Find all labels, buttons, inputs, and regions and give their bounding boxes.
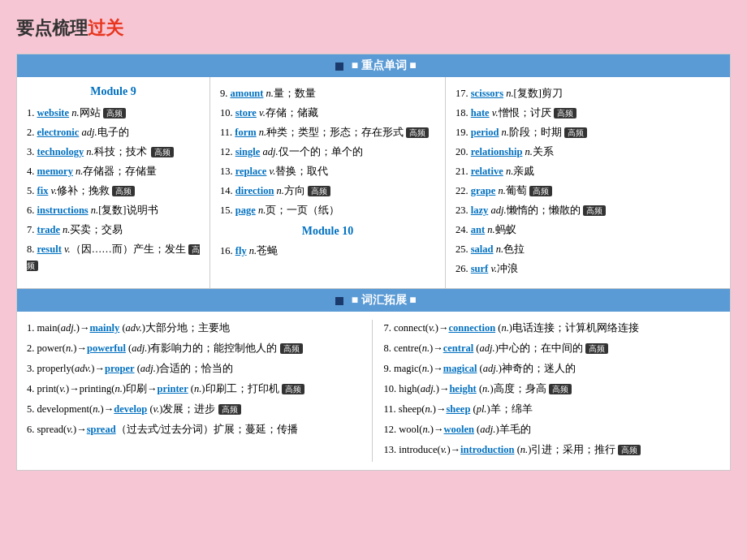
vocab-header-icon-left [335,62,343,71]
word-proper: proper [105,363,135,374]
vocab-item-17: 17. scissors n.[复数]剪刀 [456,85,720,101]
vocab-item-19: 19. period n.阶段；时期 高频 [456,124,720,140]
word-introduction: introduction [460,444,514,455]
word-spread: spread [87,424,116,435]
vocab-item-14: 14. direction n.方向 高频 [220,183,435,199]
vocab-item-18: 18. hate v.憎恨；讨厌 高频 [456,105,720,121]
vocab-item-25: 25. salad n.色拉 [456,241,720,257]
word-website: website [37,107,70,118]
tag-high-introduction: 高频 [618,445,641,455]
word-ext-cols: 1. main(adj.)→mainly (adv.)大部分地；主要地 2. p… [27,320,720,462]
vocab-item-12: 12. single adj.仅一个的；单个的 [220,144,435,160]
vocab-item-6: 6. instructions n.[复数]说明书 [27,202,200,218]
word-ext-section: 1. main(adj.)→mainly (adv.)大部分地；主要地 2. p… [17,312,730,470]
vocab-item-2: 2. electronic adj.电子的 [27,124,200,140]
word-ext-col2: 7. connect(v.)→connection (n.)电话连接；计算机网络… [373,320,721,462]
tag-high-19: 高频 [564,127,587,138]
vocab-item-10: 10. store v.存储；储藏 [220,105,435,121]
word-powerful: powerful [87,342,126,354]
ext-item-2: 2. power(n.)→powerful (adj.)有影响力的；能控制他人的… [27,340,364,356]
word-surf: surf [471,263,489,274]
vocab-item-23: 23. lazy adj.懒惰的；懒散的 高频 [456,202,720,218]
vocab-item-4: 4. memory n.存储器；存储量 [27,163,200,179]
vocab-item-15: 15. page n.页；一页（纸） [220,202,435,218]
tag-high-11: 高频 [406,127,429,138]
word-single: single [235,146,261,157]
main-container: ■ 重点单词 ■ Module 9 1. website n.网站 高频 2. … [16,54,731,471]
ext-item-6: 6. spread(v.)→spread（过去式/过去分词）扩展；蔓延；传播 [27,421,364,437]
ext-item-10: 10. high(adj.)→height (n.)高度；身高 高频 [384,381,721,397]
tag-high-3: 高频 [151,147,174,157]
word-develop: develop [114,403,147,415]
word-ext-col1: 1. main(adj.)→mainly (adv.)大部分地；主要地 2. p… [27,320,373,462]
module9-title: Module 9 [27,85,200,98]
vocab-item-26: 26. surf v.冲浪 [456,261,720,277]
word-magical: magical [443,363,477,374]
word-direction: direction [235,185,274,196]
word-instructions: instructions [37,205,89,216]
word-mainly: mainly [89,322,119,334]
vocab-item-3: 3. technology n.科技；技术 高频 [27,144,200,160]
vocab-item-8: 8. result v.（因……而）产生；发生 高频 [27,241,200,274]
word-relative: relative [471,166,503,177]
word-trade: trade [37,224,60,235]
word-memory: memory [37,166,73,177]
word-scissors: scissors [471,88,503,99]
page-title: 要点梳理过关 [16,16,731,41]
word-fix: fix [37,185,49,196]
vocab-col1: Module 9 1. website n.网站 高频 2. electroni… [17,77,210,288]
word-lazy: lazy [471,205,489,216]
ext-item-7: 7. connect(v.)→connection (n.)电话连接；计算机网络… [384,320,721,336]
word-electronic: electronic [37,127,80,138]
word-period: period [471,127,499,138]
tag-high-central: 高频 [585,343,608,354]
vocab-item-22: 22. grape n.葡萄 高频 [456,183,720,199]
vocab-header-text: ■ 重点单词 ■ [352,59,417,71]
word-grape: grape [471,185,496,196]
tag-high-22: 高频 [529,186,552,196]
tag-high-5: 高频 [112,186,135,196]
ext-header-icon-left [335,297,343,305]
word-central: central [443,342,473,354]
tag-high-powerful: 高频 [280,343,303,354]
word-sheep: sheep [446,403,470,415]
word-replace: replace [235,166,267,177]
vocab-section-header: ■ 重点单词 ■ [17,54,730,77]
word-hate: hate [471,107,490,118]
word-relationship: relationship [471,146,523,157]
word-result: result [37,243,62,255]
word-fly: fly [235,245,247,256]
word-technology: technology [37,146,84,157]
word-woolen: woolen [443,424,474,435]
word-connection: connection [448,322,495,334]
ext-header-text: ■ 词汇拓展 ■ [352,294,417,306]
tag-high-23: 高频 [583,205,606,216]
word-store: store [235,107,257,118]
vocab-item-16: 16. fly n.苍蝇 [220,243,435,259]
word-form: form [235,127,256,138]
ext-item-11: 11. sheep(n.)→sheep (pl.)羊；绵羊 [384,401,721,417]
ext-item-12: 12. wool(n.)→woolen (adj.)羊毛的 [384,421,721,437]
tag-high-develop: 高频 [218,404,241,415]
vocab-columns: Module 9 1. website n.网站 高频 2. electroni… [17,77,730,289]
ext-item-3: 3. properly(adv.)→proper (adj.)合适的；恰当的 [27,360,364,377]
vocab-item-21: 21. relative n.亲戚 [456,163,720,179]
vocab-col3: 17. scissors n.[复数]剪刀 18. hate v.憎恨；讨厌 高… [446,77,730,288]
word-amount: amount [231,88,264,99]
vocab-item-11: 11. form n.种类；类型；形态；存在形式 高频 [220,124,435,140]
vocab-item-13: 13. replace v.替换；取代 [220,163,435,179]
word-ant: ant [471,224,485,235]
word-page: page [235,205,256,216]
module10-title: Module 10 [220,225,435,238]
ext-item-13: 13. introduce(v.)→introduction (n.)引进；采用… [384,442,721,458]
ext-item-8: 8. centre(n.)→central (adj.)中心的；在中间的 高频 [384,340,721,356]
ext-item-5: 5. development(n.)→develop (v.)发展；进步 高频 [27,401,364,417]
ext-item-4: 4. print(v.)→printing(n.)印刷→printer (n.)… [27,381,364,397]
tag-high-18: 高频 [554,108,576,118]
tag-high-height: 高频 [549,384,572,394]
vocab-item-24: 24. ant n.蚂蚁 [456,222,720,238]
vocab-item-20: 20. relationship n.关系 [456,144,720,160]
word-ext-header: ■ 词汇拓展 ■ [17,289,730,312]
tag-high-14: 高频 [308,186,330,196]
word-printer: printer [158,383,188,394]
